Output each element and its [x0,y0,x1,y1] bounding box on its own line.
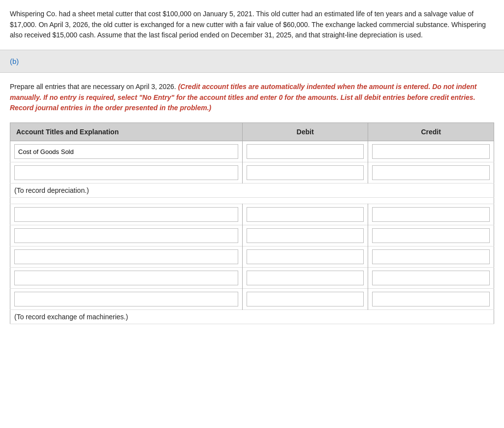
credit-cell [368,289,494,310]
credit-input-6[interactable] [372,271,490,285]
account-cell [10,289,243,310]
debit-input-2[interactable] [247,165,364,180]
account-cell [10,246,243,268]
debit-input-5[interactable] [247,249,364,264]
credit-cell [368,246,494,268]
table-row [10,141,494,162]
account-input-2[interactable] [14,165,238,180]
debit-cell [242,204,368,225]
credit-input-1[interactable] [372,144,490,159]
credit-cell [368,141,494,162]
credit-cell [368,225,494,246]
account-cell [10,204,243,225]
debit-input-3[interactable] [247,207,364,222]
debit-cell [242,246,368,268]
account-input-6[interactable] [14,271,238,285]
debit-cell [242,268,368,289]
table-header-row: Account Titles and Explanation Debit Cre… [10,123,494,141]
debit-input-1[interactable] [247,144,364,159]
note-text-1: (To record depreciation.) [10,183,494,198]
debit-input-6[interactable] [247,271,364,285]
header-debit: Debit [242,123,368,141]
account-cell [10,162,243,183]
credit-input-5[interactable] [372,249,490,264]
credit-cell [368,204,494,225]
problem-description: Whispering Co. had a sheet metal cutter … [10,10,486,39]
spacer-row [10,198,494,204]
note-text-2: (To record exchange of machineries.) [10,310,494,324]
account-input-4[interactable] [14,228,238,243]
note-row-2: (To record exchange of machineries.) [10,310,494,324]
instructions: Prepare all entries that are necessary o… [10,82,494,114]
table-row [10,204,494,225]
account-cell [10,141,243,162]
account-input-7[interactable] [14,292,238,306]
debit-cell [242,225,368,246]
problem-text: Whispering Co. had a sheet metal cutter … [0,0,504,50]
credit-input-3[interactable] [372,207,490,222]
account-input-1[interactable] [14,144,238,159]
table-row [10,289,494,310]
debit-input-4[interactable] [247,228,364,243]
header-account: Account Titles and Explanation [10,123,243,141]
table-row [10,162,494,183]
credit-input-2[interactable] [372,165,490,180]
credit-cell [368,162,494,183]
section-label-bar: (b) [0,50,504,73]
table-row [10,225,494,246]
account-input-3[interactable] [14,207,238,222]
journal-table: Account Titles and Explanation Debit Cre… [10,122,494,324]
debit-cell [242,289,368,310]
section-body: Prepare all entries that are necessary o… [0,73,504,336]
instructions-prefix: Prepare all entries that are necessary o… [10,83,176,91]
note-row-1: (To record depreciation.) [10,183,494,198]
debit-cell [242,162,368,183]
credit-input-4[interactable] [372,228,490,243]
credit-cell [368,268,494,289]
table-row [10,268,494,289]
credit-input-7[interactable] [372,292,490,306]
account-cell [10,225,243,246]
header-credit: Credit [368,123,494,141]
debit-input-7[interactable] [247,292,364,306]
account-cell [10,268,243,289]
section-label: (b) [10,57,19,65]
debit-cell [242,141,368,162]
table-row [10,246,494,268]
problem-section: Whispering Co. had a sheet metal cutter … [0,0,504,50]
account-input-5[interactable] [14,249,238,264]
